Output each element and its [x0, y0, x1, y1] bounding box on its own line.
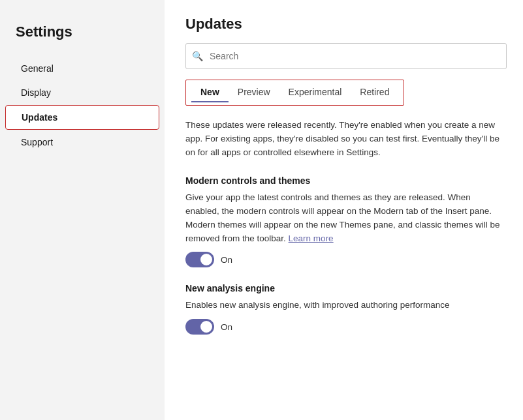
app-title: Settings — [0, 13, 165, 56]
search-icon: 🔍 — [192, 51, 203, 61]
feature-analysis-engine-title: New analysis engine — [185, 283, 502, 293]
sidebar-item-support[interactable]: Support — [5, 130, 159, 154]
sidebar-item-updates[interactable]: Updates — [5, 105, 159, 130]
toggle-knob — [200, 254, 212, 265]
feature-analysis-engine: New analysis engine Enables new analysis… — [185, 283, 502, 335]
feature-analysis-engine-desc: Enables new analysis engine, with improv… — [185, 299, 502, 312]
tab-retired[interactable]: Retired — [351, 83, 398, 102]
sidebar-item-display[interactable]: Display — [5, 81, 159, 104]
search-container: 🔍 — [185, 43, 502, 69]
learn-more-link-1[interactable]: Learn more — [289, 233, 334, 243]
feature-modern-controls-title: Modern controls and themes — [185, 175, 502, 186]
tab-experimental[interactable]: Experimental — [279, 83, 351, 102]
tab-preview[interactable]: Preview — [229, 83, 279, 102]
search-input[interactable] — [185, 43, 507, 69]
page-title: Updates — [185, 16, 502, 33]
updates-description: These updates were released recently. Th… — [185, 119, 502, 160]
analysis-engine-toggle-label: On — [221, 322, 232, 332]
tabs-container: New Preview Experimental Retired — [185, 80, 404, 106]
analysis-engine-toggle[interactable] — [185, 319, 214, 335]
tab-new[interactable]: New — [191, 83, 229, 102]
toggle-knob-2 — [200, 321, 212, 333]
sidebar: Settings General Display Updates Support — [0, 0, 165, 420]
sidebar-item-general[interactable]: General — [5, 57, 159, 80]
feature-analysis-engine-toggle-row: On — [185, 319, 502, 335]
feature-modern-controls-desc: Give your app the latest controls and th… — [185, 191, 502, 246]
feature-modern-controls-toggle-row: On — [185, 252, 502, 267]
main-content: Updates 🔍 New Preview Experimental Retir… — [165, 0, 523, 420]
modern-controls-toggle[interactable] — [185, 252, 214, 267]
modern-controls-toggle-label: On — [221, 255, 232, 265]
feature-modern-controls: Modern controls and themes Give your app… — [185, 175, 502, 268]
